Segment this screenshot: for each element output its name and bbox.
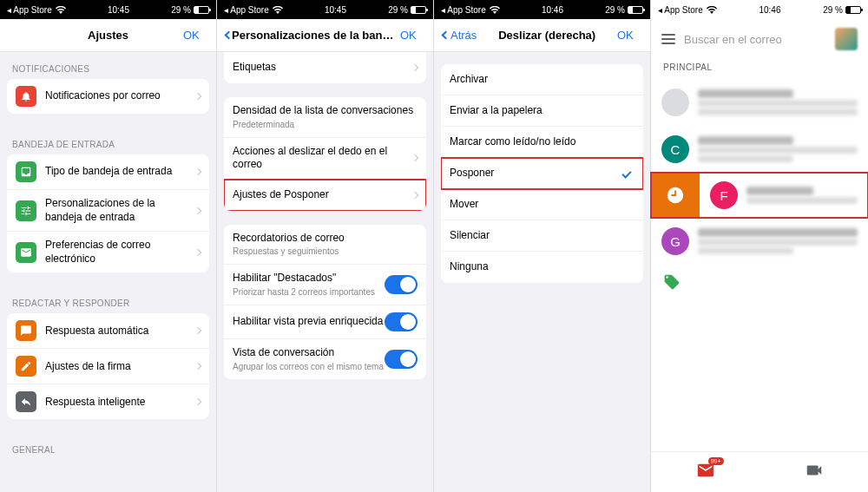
row-density[interactable]: Densidad de la lista de conversacionesPr… — [224, 97, 426, 138]
chevron-right-icon — [194, 363, 201, 370]
section-header: NOTIFICACIONES — [0, 52, 216, 79]
wifi-icon — [56, 6, 66, 14]
mail-tab[interactable] — [696, 461, 715, 483]
reply-icon — [16, 391, 36, 412]
section-header: REDACTAR Y RESPONDER — [0, 286, 216, 313]
status-time: 10:46 — [759, 5, 780, 15]
chevron-right-icon — [194, 398, 201, 405]
wifi-icon — [490, 6, 500, 14]
pencil-icon — [16, 356, 36, 377]
option-mark-read[interactable]: Marcar como leído/no leído — [441, 127, 643, 158]
chevron-left-icon — [442, 31, 450, 40]
status-bar: ◂ App Store 10:45 29 % — [217, 0, 433, 19]
chevron-right-icon — [194, 207, 201, 213]
row-conversation-view: Vista de conversaciónAgrupar los correos… — [224, 339, 426, 379]
battery-icon — [628, 6, 643, 14]
row-signature[interactable]: Ajustes de la firma — [7, 349, 209, 384]
tune-icon — [16, 200, 36, 221]
row-smart-reply[interactable]: Respuesta inteligente — [7, 384, 209, 419]
status-time: 10:46 — [542, 5, 563, 15]
back-to-app[interactable]: ◂ App Store — [658, 5, 703, 15]
back-to-app[interactable]: ◂ App Store — [224, 5, 269, 15]
avatar: G — [661, 227, 689, 255]
avatar — [661, 89, 689, 116]
menu-icon[interactable] — [661, 34, 675, 44]
chevron-right-icon — [194, 327, 201, 334]
option-archive[interactable]: Archivar — [441, 64, 643, 95]
option-trash[interactable]: Enviar a la papelera — [441, 95, 643, 127]
row-email-prefs[interactable]: Preferencias de correo electrónico — [7, 232, 209, 272]
back-button[interactable] — [226, 32, 232, 38]
avatar: F — [710, 181, 738, 209]
ok-button[interactable]: OK — [617, 29, 641, 42]
screen-inbox-customizations: ◂ App Store 10:45 29 % Personalizaciones… — [217, 0, 434, 492]
screen-settings: ◂ App Store 10:45 29 % Ajustes OK NOTIFI… — [0, 0, 217, 492]
mail-icon — [16, 242, 36, 263]
wifi-icon — [273, 6, 283, 14]
toggle-rich-preview[interactable] — [385, 312, 418, 331]
battery-icon — [845, 6, 861, 14]
check-icon — [621, 168, 631, 178]
battery-icon — [411, 6, 426, 14]
search-input[interactable]: Buscar en el correo — [684, 33, 826, 46]
ok-button[interactable]: OK — [183, 29, 207, 42]
search-bar: Buscar en el correo — [651, 19, 868, 59]
option-none[interactable]: Ninguna — [441, 252, 643, 283]
chevron-right-icon — [411, 64, 418, 71]
snooze-action[interactable] — [651, 173, 700, 218]
back-to-app[interactable]: ◂ App Store — [441, 5, 486, 15]
clock-icon — [666, 186, 685, 205]
wifi-icon — [707, 6, 717, 14]
video-icon — [805, 461, 824, 480]
screen-swipe-right: ◂ App Store 10:46 29 % Atrás Deslizar (d… — [434, 0, 651, 492]
status-time: 10:45 — [108, 5, 129, 15]
row-reminders[interactable]: Recordatorios de correoRespuestas y segu… — [224, 225, 426, 266]
avatar: C — [661, 135, 689, 163]
nav-bar: Atrás Deslizar (derecha) OK — [434, 19, 650, 52]
bell-icon — [16, 86, 36, 107]
row-labels[interactable]: Etiquetas — [224, 52, 426, 83]
option-snooze[interactable]: Posponer — [441, 158, 643, 189]
inbox-icon — [16, 161, 36, 182]
mail-item-swiped[interactable]: F — [651, 173, 868, 218]
video-tab[interactable] — [805, 461, 824, 483]
mail-item[interactable]: C — [651, 126, 868, 173]
row-inbox-type[interactable]: Tipo de bandeja de entrada — [7, 154, 209, 190]
bottom-nav — [651, 451, 868, 492]
chevron-right-icon — [194, 168, 201, 175]
chevron-right-icon — [194, 249, 201, 256]
nav-bar: Ajustes OK — [0, 19, 216, 52]
tab-primary[interactable]: PRINCIPAL — [651, 59, 868, 79]
option-move[interactable]: Mover — [441, 189, 643, 220]
row-auto-reply[interactable]: Respuesta automática — [7, 313, 209, 349]
page-title: Deslizar (derecha) — [477, 29, 617, 42]
toggle-conversation[interactable] — [385, 350, 418, 369]
ok-button[interactable]: OK — [400, 29, 424, 42]
back-to-app[interactable]: ◂ App Store — [7, 5, 52, 15]
back-button[interactable]: Atrás — [443, 29, 477, 42]
chevron-right-icon — [194, 93, 201, 100]
battery-icon — [194, 6, 209, 14]
status-bar: ◂ App Store 10:46 29 % — [434, 0, 650, 19]
tag-icon — [663, 273, 681, 291]
mail-item[interactable]: G — [651, 218, 868, 265]
chat-icon — [16, 320, 36, 341]
status-time: 10:45 — [325, 5, 346, 15]
row-rich-preview: Habilitar vista previa enriquecida — [224, 305, 426, 339]
chevron-right-icon — [411, 192, 418, 199]
section-header: BANDEJA DE ENTRADA — [0, 128, 216, 154]
nav-bar: Personalizaciones de la bandeja d... OK — [217, 19, 433, 52]
row-snooze-settings[interactable]: Ajustes de Posponer — [224, 180, 426, 211]
account-avatar[interactable] — [835, 28, 858, 50]
mail-item[interactable] — [651, 265, 868, 303]
section-header: GENERAL — [0, 433, 216, 460]
row-mail-notifications[interactable]: Notificaciones por correo — [7, 79, 209, 114]
screen-inbox: ◂ App Store 10:46 29 % Buscar en el corr… — [651, 0, 868, 492]
row-inbox-customizations[interactable]: Personalizaciones de la bandeja de entra… — [7, 190, 209, 232]
row-swipe-actions[interactable]: Acciones al deslizar el dedo en el corre… — [224, 138, 426, 180]
page-title: Ajustes — [33, 29, 183, 42]
toggle-featured[interactable] — [385, 275, 418, 294]
mail-item[interactable] — [651, 79, 868, 126]
status-bar: ◂ App Store 10:46 29 % — [651, 0, 868, 19]
option-mute[interactable]: Silenciar — [441, 220, 643, 252]
